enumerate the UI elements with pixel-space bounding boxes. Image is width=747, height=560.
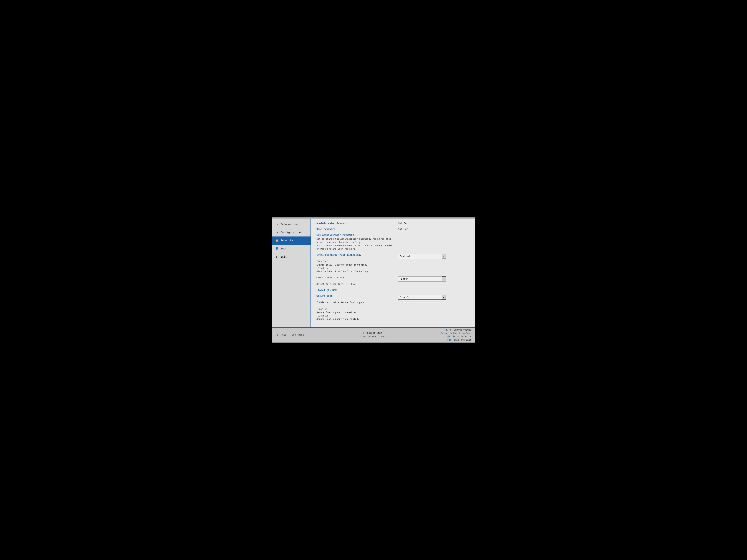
boot-icon: 👤: [275, 247, 279, 250]
set-admin-password-section: Set Administrator Password Set or change…: [316, 234, 469, 251]
footer-f10: F10 Save and Exit: [447, 339, 471, 341]
intel-ptt-dropdown[interactable]: Enabled ✓: [398, 254, 446, 259]
enter-key[interactable]: Enter: [441, 332, 447, 335]
user-password-label[interactable]: User Password: [316, 228, 394, 231]
lock-icon: 🔒: [275, 239, 279, 242]
sidebar: ⌂ Information ⚙ Configuration 🔒 Security…: [272, 219, 311, 327]
bios-screen: ⌂ Information ⚙ Configuration 🔒 Security…: [272, 217, 475, 343]
select-item-label: Select Item: [367, 332, 382, 335]
sidebar-label-security: Security: [281, 239, 293, 242]
clear-intel-ptt-desc: Select to clear Intel PTT key.: [316, 283, 409, 286]
footer-left: F1 Help Esc Back: [276, 334, 304, 336]
footer-f5f6: F5/F6 Change Values: [445, 329, 471, 331]
f1-label: Help: [281, 334, 286, 336]
secure-boot-dropdown-wrapper: Disabled ✓: [394, 295, 446, 300]
f1-key[interactable]: F1: [276, 334, 278, 336]
switch-menu-label: Switch Menu Items: [362, 336, 385, 338]
admin-password-label[interactable]: Administrator Password: [316, 222, 394, 225]
clear-intel-ptt-row: Clear Intel PTT Key [Enter] ✓: [316, 276, 469, 282]
f5f6-key[interactable]: F5/F6: [445, 329, 451, 331]
f10-key[interactable]: F10: [447, 339, 452, 341]
exit-icon: ▶: [275, 255, 279, 259]
set-admin-password-label[interactable]: Set Administrator Password: [316, 234, 394, 236]
f9-key[interactable]: F9: [447, 336, 450, 338]
footer-right: F5/F6 Change Values Enter Select > SubMe…: [441, 329, 471, 341]
intel-ptt-value: Enabled: [400, 255, 410, 258]
user-password-value: Not Set: [398, 228, 408, 231]
admin-password-value: Not Set: [398, 222, 408, 225]
clear-intel-ptt-dropdown[interactable]: [Enter] ✓: [398, 276, 446, 282]
intel-ptt-label[interactable]: Intel Platform Trust Technology: [316, 254, 394, 257]
main-content: Administrator Password Not Set User Pass…: [311, 219, 475, 327]
sidebar-item-exit[interactable]: ▶ Exit: [272, 253, 310, 261]
enter-label: Select > SubMenu: [450, 332, 471, 335]
sidebar-label-boot: Boot: [281, 247, 287, 250]
secure-boot-desc: Enable or disable Secure Boot support. […: [316, 301, 409, 321]
secure-boot-arrow[interactable]: ✓: [442, 295, 446, 299]
sidebar-item-configuration[interactable]: ⚙ Configuration: [272, 228, 310, 237]
bios-footer: F1 Help Esc Back ↑↓ Select Item ↔ Switch…: [272, 327, 475, 342]
secure-boot-label[interactable]: Secure Boot: [316, 295, 394, 297]
sidebar-item-boot[interactable]: 👤 Boot: [272, 245, 310, 253]
intel-sgx-label[interactable]: +Intel (R) SGX: [316, 289, 469, 292]
esc-label: Back: [299, 334, 304, 336]
clear-intel-ptt-label[interactable]: Clear Intel PTT Key: [316, 276, 394, 279]
secure-boot-row: Secure Boot Disabled ✓: [316, 295, 469, 300]
clear-intel-ptt-arrow[interactable]: ✓: [442, 276, 446, 281]
intel-ptt-row: Intel Platform Trust Technology Enabled …: [316, 254, 469, 259]
sidebar-item-information[interactable]: ⌂ Information: [272, 220, 310, 228]
user-password-row: User Password Not Set: [316, 228, 469, 231]
sidebar-label-information: Information: [281, 223, 298, 226]
footer-f1: F1 Help: [276, 334, 286, 336]
f10-label: Save and Exit: [454, 339, 471, 341]
home-icon: ⌂: [275, 223, 279, 226]
updown-arrow-icon: ↑↓: [363, 332, 366, 335]
secure-boot-dropdown[interactable]: Disabled ✓: [398, 295, 446, 300]
sidebar-label-exit: Exit: [281, 256, 287, 258]
set-admin-password-row: Set Administrator Password: [316, 234, 469, 236]
secure-boot-section: Secure Boot Disabled ✓ Enable or disable…: [316, 295, 469, 321]
f9-label: Setup Defaults: [453, 336, 471, 338]
footer-enter: Enter Select > SubMenu: [441, 332, 471, 335]
intel-sgx-section: +Intel (R) SGX: [316, 289, 469, 292]
clear-intel-ptt-value: [Enter]: [400, 277, 410, 281]
secure-boot-value: Disabled: [400, 296, 411, 299]
esc-key[interactable]: Esc: [292, 334, 296, 336]
sidebar-item-security[interactable]: 🔒 Security: [272, 237, 310, 245]
admin-password-row: Administrator Password Not Set: [316, 222, 469, 225]
footer-center: ↑↓ Select Item ↔ Switch Menu Items: [359, 332, 385, 338]
intel-ptt-desc: [Enabled] Enable Intel Platform Trust Te…: [316, 260, 409, 273]
set-admin-password-desc: Set or change the Administrator Password…: [316, 237, 409, 251]
footer-f9: F9 Setup Defaults: [447, 336, 471, 338]
gear-icon: ⚙: [275, 231, 279, 234]
footer-switch-menu: ↔ Switch Menu Items: [359, 336, 385, 338]
sidebar-label-configuration: Configuration: [281, 231, 301, 234]
clear-intel-ptt-section: Clear Intel PTT Key [Enter] ✓ Select to …: [316, 276, 469, 286]
footer-esc: Esc Back: [292, 334, 304, 336]
leftright-arrow-icon: ↔: [359, 336, 361, 338]
f5f6-label: Change Values: [454, 329, 471, 331]
footer-select-item: ↑↓ Select Item: [363, 332, 382, 335]
bios-body: ⌂ Information ⚙ Configuration 🔒 Security…: [272, 219, 475, 327]
intel-ptt-arrow[interactable]: ✓: [442, 254, 446, 259]
intel-ptt-section: Intel Platform Trust Technology Enabled …: [316, 254, 469, 273]
